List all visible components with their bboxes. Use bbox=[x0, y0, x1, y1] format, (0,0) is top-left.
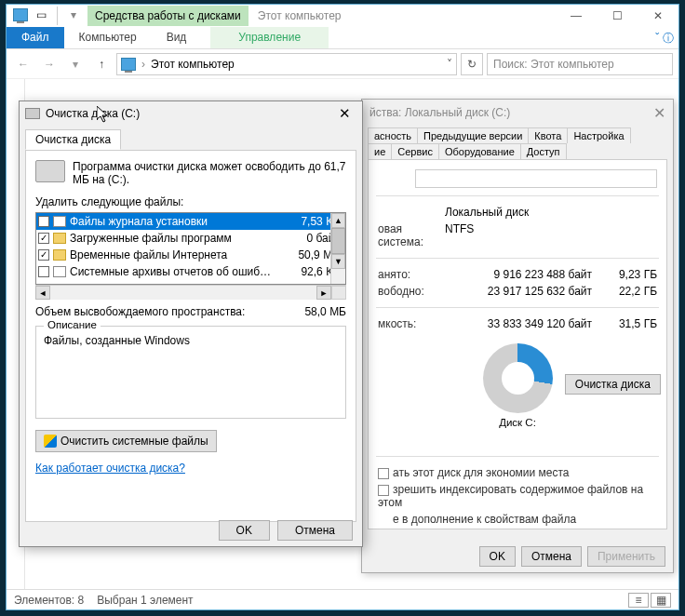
file-name: Системные архивы отчетов об ошиб… bbox=[70, 265, 288, 278]
file-checkbox[interactable]: ✓ bbox=[38, 249, 49, 261]
file-name: Временные файлы Интернета bbox=[70, 248, 288, 261]
refresh-button[interactable]: ↻ bbox=[461, 53, 483, 75]
index-label-2: е в дополнение к свойствам файла bbox=[393, 513, 576, 526]
file-type-icon bbox=[53, 266, 66, 277]
forward-button[interactable]: → bbox=[38, 53, 60, 75]
tab-view[interactable]: Вид bbox=[152, 27, 202, 48]
file-list-row[interactable]: ✓Временные файлы Интернета50,9 МБ bbox=[36, 247, 345, 263]
index-checkbox[interactable] bbox=[378, 485, 389, 496]
properties-general-panel: Локальный диск овая система:NTFS анято:9… bbox=[368, 159, 667, 529]
view-large-button[interactable]: ▦ bbox=[651, 593, 671, 608]
shield-icon bbox=[44, 435, 57, 448]
navigation-bar: ← → ▾ ↑ › Этот компьютер ˅ ↻ Поиск: Этот… bbox=[7, 49, 678, 79]
recent-dropdown[interactable]: ▾ bbox=[64, 53, 87, 75]
cleanup-cancel-button[interactable]: Отмена bbox=[277, 520, 353, 541]
index-label-1: зрешить индексировать содержимое файлов … bbox=[378, 483, 643, 509]
total-value: 58,0 МБ bbox=[304, 305, 346, 318]
compress-checkbox[interactable] bbox=[378, 468, 389, 479]
tab-general[interactable]: ие bbox=[368, 143, 392, 159]
qat-properties-icon[interactable]: ▭ bbox=[33, 7, 49, 23]
fs-value: NTFS bbox=[445, 222, 474, 248]
disk-cleanup-dialog: Очистка д ска (C:) ✕ Очистка диска Прогр… bbox=[19, 100, 363, 547]
tab-hardware[interactable]: Оборудование bbox=[438, 143, 521, 159]
file-list-hscroll[interactable]: ◄ ► bbox=[35, 285, 346, 300]
description-legend: Описание bbox=[44, 319, 101, 330]
properties-dialog: йства: Локальный диск (C:) ✕ асность Пре… bbox=[361, 99, 674, 573]
file-tab[interactable]: Файл bbox=[7, 27, 64, 48]
cleanup-ok-button[interactable]: OK bbox=[219, 520, 270, 541]
file-name: Загруженные файлы программ bbox=[70, 232, 288, 245]
view-details-button[interactable]: ≡ bbox=[628, 593, 649, 608]
used-label: анято: bbox=[378, 268, 445, 281]
search-input[interactable]: Поиск: Этот компьютер bbox=[487, 53, 673, 75]
tab-customize[interactable]: Настройка bbox=[567, 127, 630, 143]
cap-label: мкость: bbox=[378, 317, 445, 330]
back-button[interactable]: ← bbox=[12, 53, 34, 75]
maximize-button[interactable]: ☐ bbox=[597, 5, 638, 27]
file-list-row[interactable]: Файлы журнала установки7,53 КБ bbox=[36, 213, 345, 230]
properties-cancel-button[interactable]: Отмена bbox=[521, 546, 582, 567]
pc-icon bbox=[121, 58, 136, 71]
used-bytes: 9 916 223 488 байт bbox=[445, 268, 601, 281]
up-button[interactable]: ↑ bbox=[90, 53, 113, 75]
file-list-row[interactable]: ✓Загруженные файлы программ0 байт bbox=[36, 230, 345, 247]
titlebar[interactable]: ▭ ▾ Средства работы с дисками Этот компь… bbox=[7, 5, 678, 27]
cleanup-title-text: Очистка д ска (C:) bbox=[46, 107, 140, 120]
disk-cleanup-button[interactable]: Очистка диска bbox=[565, 374, 661, 395]
file-list[interactable]: Файлы журнала установки7,53 КБ✓Загруженн… bbox=[35, 212, 346, 285]
file-checkbox[interactable] bbox=[38, 216, 49, 227]
how-cleanup-works-link[interactable]: Как работает очистка диска? bbox=[35, 462, 185, 475]
description-text: Файлы, созданные Windows bbox=[44, 334, 338, 347]
address-bar[interactable]: › Этот компьютер ˅ bbox=[116, 53, 457, 75]
properties-title-text: йства: Локальный диск (C:) bbox=[369, 106, 510, 119]
contextual-tab-group: Средства работы с дисками bbox=[87, 6, 248, 26]
tab-quota[interactable]: Квота bbox=[528, 127, 568, 143]
file-checkbox[interactable]: ✓ bbox=[38, 233, 49, 244]
scroll-thumb[interactable] bbox=[331, 228, 345, 254]
drive-icon bbox=[25, 108, 40, 119]
status-bar: Элементов: 8 Выбран 1 элемент ≡ ▦ bbox=[7, 589, 678, 609]
tab-tools[interactable]: Сервис bbox=[391, 143, 439, 159]
tab-sharing[interactable]: Доступ bbox=[520, 143, 567, 159]
file-type-icon bbox=[53, 233, 66, 244]
free-gb: 22,2 ГБ bbox=[601, 285, 657, 298]
cleanup-info-text: Программа очистки диска может освободить… bbox=[73, 160, 346, 186]
file-type-icon bbox=[53, 249, 66, 261]
usage-donut-chart bbox=[483, 343, 553, 413]
cap-gb: 31,5 ГБ bbox=[601, 317, 657, 330]
scroll-down-icon[interactable]: ▼ bbox=[331, 254, 345, 269]
volume-label-input[interactable] bbox=[415, 169, 657, 188]
delete-files-label: Удалить следующие файлы: bbox=[35, 195, 346, 208]
close-button[interactable]: ✕ bbox=[638, 5, 678, 27]
free-label: вободно: bbox=[378, 285, 445, 298]
properties-ok-button[interactable]: OK bbox=[479, 546, 516, 567]
clean-system-files-button[interactable]: Очистить системные файлы bbox=[35, 430, 217, 452]
properties-titlebar[interactable]: йства: Локальный диск (C:) ✕ bbox=[362, 100, 673, 126]
cleanup-titlebar[interactable]: Очистка д ска (C:) ✕ bbox=[20, 101, 362, 126]
tab-security[interactable]: асность bbox=[368, 127, 418, 143]
system-menu-icon[interactable] bbox=[12, 7, 29, 23]
file-checkbox[interactable] bbox=[38, 266, 49, 277]
properties-close-button[interactable]: ✕ bbox=[653, 104, 665, 122]
ribbon: Файл Компьютер Вид Управление ˇ ⓘ bbox=[7, 27, 678, 49]
free-bytes: 23 917 125 632 байт bbox=[445, 285, 601, 298]
properties-apply-button[interactable]: Применить bbox=[587, 546, 665, 567]
ribbon-help-icon[interactable]: ˇ ⓘ bbox=[651, 27, 678, 48]
file-type-icon bbox=[53, 216, 66, 227]
cleanup-close-button[interactable]: ✕ bbox=[333, 105, 356, 122]
tab-previous-versions[interactable]: Предыдущие версии bbox=[417, 127, 529, 143]
file-list-vscroll[interactable]: ▲ ▼ bbox=[330, 213, 345, 284]
file-list-row[interactable]: Системные архивы отчетов об ошиб…92,6 КБ bbox=[36, 263, 345, 280]
file-name: Файлы журнала установки bbox=[70, 215, 288, 228]
minimize-button[interactable]: ― bbox=[556, 5, 597, 27]
used-gb: 9,23 ГБ bbox=[601, 268, 657, 281]
scroll-up-icon[interactable]: ▲ bbox=[331, 213, 345, 228]
tab-computer[interactable]: Компьютер bbox=[64, 27, 152, 48]
tab-manage[interactable]: Управление bbox=[210, 27, 329, 48]
scroll-right-icon[interactable]: ► bbox=[316, 286, 331, 300]
cap-bytes: 33 833 349 120 байт bbox=[445, 317, 601, 330]
qat-dropdown-icon[interactable]: ▾ bbox=[65, 7, 82, 23]
scroll-left-icon[interactable]: ◄ bbox=[35, 286, 50, 300]
cleanup-tab[interactable]: Очистка диска bbox=[25, 129, 121, 150]
properties-tabs: асность Предыдущие версии Квота Настройк… bbox=[362, 126, 673, 159]
